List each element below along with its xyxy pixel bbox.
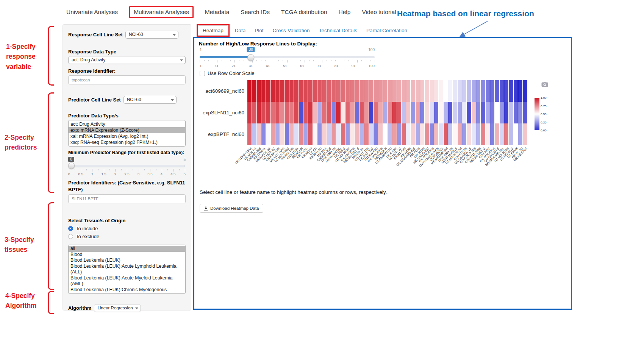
heatmap-cell[interactable] [275, 102, 280, 123]
heatmap-cell[interactable] [360, 102, 364, 123]
heatmap-cell[interactable] [341, 80, 345, 102]
heatmap-cell[interactable] [285, 80, 289, 102]
heatmap-cell[interactable] [425, 123, 429, 145]
heatmap-cell[interactable] [448, 102, 452, 123]
heatmap-cell[interactable] [383, 102, 387, 123]
heatmap-cell[interactable] [514, 123, 518, 145]
response-cell-line-set-select[interactable]: NCI-60 [125, 31, 178, 39]
heatmap-cell[interactable] [476, 123, 480, 145]
heatmap-cell[interactable] [504, 80, 508, 102]
heatmap-cell[interactable] [289, 80, 294, 102]
heatmap-cell[interactable] [434, 123, 438, 145]
heatmap-cell[interactable] [467, 80, 471, 102]
heatmap-cell[interactable] [378, 123, 382, 145]
heatmap-cell[interactable] [369, 123, 373, 145]
heatmap-cell[interactable] [486, 80, 490, 102]
heatmap-cell[interactable] [317, 80, 322, 102]
heatmap-cell[interactable] [430, 102, 434, 123]
heatmap-cell[interactable] [504, 102, 508, 123]
heatmap-cell[interactable] [257, 80, 261, 102]
heatmap-cell[interactable] [397, 102, 401, 123]
heatmap-cell[interactable] [252, 80, 256, 102]
heatmap-cell[interactable] [504, 123, 508, 145]
heatmap-cell[interactable] [476, 80, 480, 102]
heatmap-cell[interactable] [299, 80, 303, 102]
heatmap-cell[interactable] [280, 80, 284, 102]
heatmap-cell[interactable] [383, 123, 387, 145]
heatmap-cell[interactable] [374, 123, 378, 145]
heatmap-cell[interactable] [266, 123, 270, 145]
heatmap-cell[interactable] [341, 102, 345, 123]
heatmap-cell[interactable] [500, 80, 504, 102]
heatmap-cell[interactable] [388, 80, 392, 102]
heatmap-cell[interactable] [317, 123, 322, 145]
heatmap-cell[interactable] [308, 102, 312, 123]
heatmap-cell[interactable] [247, 123, 252, 145]
nav-item-search-ids[interactable]: Search IDs [241, 9, 270, 16]
heatmap-cell[interactable] [322, 80, 326, 102]
heatmap-cell[interactable] [434, 102, 438, 123]
response-identifier-input[interactable] [68, 75, 186, 84]
heatmap-cell[interactable] [289, 102, 294, 123]
heatmap-cell[interactable] [458, 102, 462, 123]
predictor-cell-line-set-select[interactable]: NCI-60 [123, 96, 177, 104]
heatmap-cell[interactable] [481, 102, 485, 123]
heatmap-cell[interactable] [378, 102, 382, 123]
heatmap-cell[interactable] [331, 80, 336, 102]
heatmap-cell[interactable] [495, 80, 499, 102]
heatmap-cell[interactable] [355, 123, 359, 145]
heatmap-cell[interactable] [402, 102, 406, 123]
heatmap-cell[interactable] [481, 123, 485, 145]
heatmap-cell[interactable] [411, 102, 415, 123]
predictor-data-type-option-act-drug-activity[interactable]: act: Drug Activity [69, 121, 185, 127]
heatmap-cell[interactable] [518, 80, 522, 102]
heatmap-cell[interactable] [322, 102, 326, 123]
heatmap-cell[interactable] [345, 80, 350, 102]
heatmap-cell[interactable] [336, 102, 340, 123]
heatmap-row-label-act609699-nci60[interactable]: act609699_nci60 [199, 80, 247, 102]
heatmap-cell[interactable] [518, 123, 522, 145]
heatmap-cell[interactable] [490, 102, 494, 123]
heatmap-cell[interactable] [336, 123, 340, 145]
heatmap-cell[interactable] [331, 102, 336, 123]
heatmap-cell[interactable] [261, 123, 266, 145]
heatmap-cell[interactable] [252, 123, 256, 145]
heatmap-cell[interactable] [434, 80, 438, 102]
heatmap-cell[interactable] [420, 102, 424, 123]
heatmap-cell[interactable] [360, 123, 364, 145]
heatmap-cell[interactable] [402, 123, 406, 145]
heatmap-cell[interactable] [495, 123, 499, 145]
download-heatmap-data-button[interactable]: Download Heatmap Data [200, 204, 263, 213]
nav-item-metadata[interactable]: Metadata [205, 9, 230, 16]
heatmap-cell[interactable] [514, 80, 518, 102]
heatmap-cell[interactable] [369, 102, 373, 123]
heatmap-cell[interactable] [374, 80, 378, 102]
heatmap-cell[interactable] [462, 80, 466, 102]
tissue-option-blood-leukemia-leuk[interactable]: Blood:Leukemia (LEUK) [69, 257, 185, 264]
heatmap-cell[interactable] [509, 102, 513, 123]
heatmap-cell[interactable] [271, 102, 275, 123]
heatmap-cell[interactable] [350, 102, 354, 123]
heatmap-cell[interactable] [364, 102, 368, 123]
tissue-option-all[interactable]: all [69, 246, 185, 252]
heatmap-cell[interactable] [355, 80, 359, 102]
heatmap-cell[interactable] [271, 80, 275, 102]
tab-heatmap[interactable]: Heatmap [198, 25, 228, 36]
predictor-data-type-option-exp-mrna-expression-z-score[interactable]: exp: mRNA Expression (Z-Score) [69, 127, 185, 133]
heatmap-cell[interactable] [388, 102, 392, 123]
heatmap-cell[interactable] [406, 123, 410, 145]
heatmap-cell[interactable] [308, 80, 312, 102]
heatmap-cell[interactable] [509, 80, 513, 102]
tissue-option-blood[interactable]: Blood [69, 252, 185, 258]
tissue-radio-to-include[interactable]: To include [68, 226, 186, 231]
heatmap-cell[interactable] [444, 102, 448, 123]
heatmap-cell[interactable] [444, 80, 448, 102]
tab-plot[interactable]: Plot [251, 26, 267, 35]
heatmap-cell[interactable] [495, 102, 499, 123]
tab-technical-details[interactable]: Technical Details [315, 26, 361, 35]
heatmap-cell[interactable] [350, 123, 354, 145]
heatmap-cell[interactable] [280, 123, 284, 145]
heatmap-cell[interactable] [327, 80, 331, 102]
heatmap-cell[interactable] [458, 123, 462, 145]
heatmap-cell[interactable] [341, 123, 345, 145]
